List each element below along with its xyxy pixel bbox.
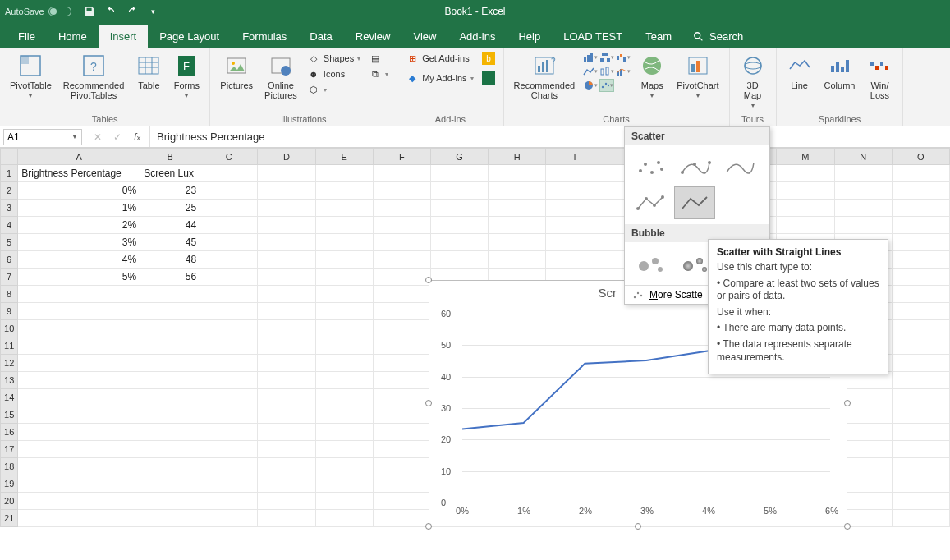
cell[interactable]: Screen Lux: [140, 165, 200, 182]
row-header[interactable]: 14: [1, 389, 18, 406]
scatter-smooth-markers-option[interactable]: [674, 150, 715, 183]
enter-formula-icon[interactable]: ✓: [110, 131, 125, 143]
formula-input[interactable]: Brightness Percentage: [150, 131, 950, 143]
cell[interactable]: [18, 424, 140, 441]
stat-chart-icon[interactable]: ▾: [599, 65, 614, 78]
scatter-chart-dropdown[interactable]: ▾: [599, 79, 614, 92]
cell[interactable]: [258, 458, 315, 475]
cell[interactable]: [892, 406, 949, 424]
cell[interactable]: [140, 355, 200, 372]
cell[interactable]: [200, 493, 258, 510]
cell[interactable]: [892, 389, 949, 406]
cell[interactable]: [373, 269, 430, 286]
cell[interactable]: [200, 217, 258, 234]
cell[interactable]: [18, 303, 140, 320]
cell[interactable]: [489, 217, 546, 234]
shapes-button[interactable]: ◇Shapes ▾: [305, 51, 362, 66]
cell[interactable]: [258, 320, 315, 337]
cell[interactable]: [892, 182, 949, 200]
cell[interactable]: 0%: [18, 182, 140, 200]
smartart-button[interactable]: ▤: [367, 51, 390, 66]
cell[interactable]: [258, 217, 315, 234]
cell[interactable]: [546, 217, 604, 234]
cell[interactable]: [200, 286, 258, 303]
cell[interactable]: [140, 475, 200, 493]
row-header[interactable]: 6: [1, 251, 18, 269]
cell[interactable]: [373, 251, 430, 269]
pie-chart-icon[interactable]: ▾: [583, 79, 598, 92]
cell[interactable]: 23: [140, 182, 200, 200]
cell[interactable]: [373, 424, 430, 441]
tab-home[interactable]: Home: [47, 25, 99, 48]
tab-team[interactable]: Team: [634, 25, 683, 48]
cell[interactable]: [430, 182, 488, 200]
cell[interactable]: [546, 200, 604, 217]
cell[interactable]: [140, 372, 200, 389]
resize-handle[interactable]: [635, 523, 641, 530]
row-header[interactable]: 4: [1, 217, 18, 234]
cell[interactable]: [18, 510, 140, 527]
cell[interactable]: [430, 217, 488, 234]
cell[interactable]: [200, 320, 258, 337]
cell[interactable]: [373, 182, 430, 200]
row-header[interactable]: 2: [1, 182, 18, 200]
row-header[interactable]: 16: [1, 424, 18, 441]
cell[interactable]: [373, 441, 430, 458]
cell[interactable]: [546, 182, 604, 200]
cell[interactable]: [200, 458, 258, 475]
get-addins-button[interactable]: ⊞Get Add-ins: [404, 51, 475, 66]
cell[interactable]: [373, 475, 430, 493]
cell[interactable]: [258, 286, 315, 303]
cell[interactable]: [430, 200, 488, 217]
undo-icon[interactable]: [104, 5, 117, 18]
cell[interactable]: [258, 165, 315, 182]
cell[interactable]: [258, 372, 315, 389]
cell[interactable]: [140, 510, 200, 527]
cell[interactable]: [892, 355, 949, 372]
cell[interactable]: [315, 441, 373, 458]
row-header[interactable]: 20: [1, 493, 18, 510]
cell[interactable]: [18, 389, 140, 406]
column-header[interactable]: B: [140, 149, 200, 165]
combo-chart-icon[interactable]: ▾: [616, 65, 631, 78]
tab-loadtest[interactable]: LOAD TEST: [552, 25, 634, 48]
resize-handle[interactable]: [425, 523, 432, 530]
cell[interactable]: [489, 200, 546, 217]
row-header[interactable]: 13: [1, 372, 18, 389]
cell[interactable]: [373, 406, 430, 424]
cell[interactable]: 44: [140, 217, 200, 234]
cell[interactable]: [315, 200, 373, 217]
column-header[interactable]: O: [892, 149, 949, 165]
cell[interactable]: [315, 303, 373, 320]
cell[interactable]: [140, 303, 200, 320]
cell[interactable]: [18, 355, 140, 372]
cell[interactable]: [373, 355, 430, 372]
row-header[interactable]: 17: [1, 441, 18, 458]
scatter-straight-markers-option[interactable]: [630, 186, 671, 219]
namebox-dropdown-icon[interactable]: ▼: [71, 133, 78, 140]
cell[interactable]: [373, 165, 430, 182]
cell[interactable]: 25: [140, 200, 200, 217]
recommended-pivottables-button[interactable]: ? Recommended PivotTables: [60, 51, 128, 102]
tab-insert[interactable]: Insert: [99, 25, 149, 48]
row-header[interactable]: 3: [1, 200, 18, 217]
autosave-switch[interactable]: [48, 7, 71, 16]
tab-file[interactable]: File: [7, 25, 47, 48]
cell[interactable]: [200, 337, 258, 355]
cell[interactable]: [315, 458, 373, 475]
cell[interactable]: 4%: [18, 251, 140, 269]
cell[interactable]: [18, 493, 140, 510]
save-icon[interactable]: [83, 5, 96, 18]
resize-handle[interactable]: [425, 277, 432, 283]
cell[interactable]: [18, 286, 140, 303]
cell[interactable]: [258, 269, 315, 286]
cell[interactable]: [373, 200, 430, 217]
cell[interactable]: [892, 269, 949, 286]
forms-button[interactable]: F Forms▾: [170, 51, 203, 101]
scatter-straight-lines-option[interactable]: [674, 186, 715, 219]
cell[interactable]: [430, 251, 488, 269]
column-header[interactable]: A: [18, 149, 140, 165]
cell[interactable]: [315, 320, 373, 337]
icons-button[interactable]: ☻Icons: [305, 67, 362, 81]
pictures-button[interactable]: Pictures: [217, 51, 256, 92]
